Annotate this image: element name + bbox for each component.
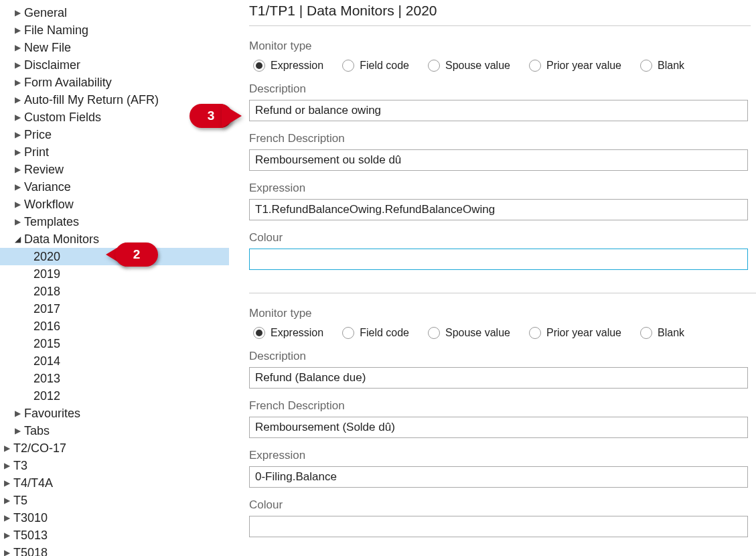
caret-right-icon: ▶ <box>15 8 24 17</box>
colour-label: Colour <box>249 498 751 512</box>
radio-prior-year-value[interactable]: Prior year value <box>529 327 621 339</box>
radio-icon <box>529 60 541 72</box>
tree-item-label: T5018 <box>13 546 48 557</box>
tree-item-tabs[interactable]: ▶Tabs <box>0 422 229 439</box>
callout-badge: 2 <box>115 242 158 267</box>
tree-item-year-2012[interactable]: 2012 <box>0 387 229 405</box>
tree-item-t2-co17[interactable]: ▶T2/CO-17 <box>0 439 229 457</box>
tree-item-label: 2019 <box>33 267 60 281</box>
tree-item-price[interactable]: ▶Price <box>0 126 229 143</box>
caret-down-icon: ◢ <box>15 234 24 244</box>
radio-icon <box>342 60 354 72</box>
tree-item-label: Templates <box>24 215 79 229</box>
tree-item-favourites[interactable]: ▶Favourites <box>0 405 229 422</box>
colour-input[interactable] <box>249 249 748 270</box>
tree-item-workflow[interactable]: ▶Workflow <box>0 196 229 213</box>
caret-right-icon: ▶ <box>15 182 24 192</box>
french-description-label: French Description <box>249 132 751 145</box>
tree-item-t5013[interactable]: ▶T5013 <box>0 527 229 544</box>
tree-item-label: Auto-fill My Return (AFR) <box>24 93 159 107</box>
tree-item-label: Disclaimer <box>24 58 80 72</box>
callout-pointer-icon <box>222 104 242 128</box>
tree-item-label: 2018 <box>33 285 60 299</box>
tree-item-year-2014[interactable]: 2014 <box>0 352 229 370</box>
description-label: Description <box>249 350 751 363</box>
tree-item-year-2017[interactable]: 2017 <box>0 300 229 318</box>
radio-blank[interactable]: Blank <box>640 60 684 72</box>
french-description-input[interactable] <box>249 149 748 171</box>
radio-icon <box>640 327 652 339</box>
caret-right-icon: ▶ <box>15 147 24 157</box>
expression-input[interactable] <box>249 199 748 220</box>
colour-input[interactable] <box>249 516 748 537</box>
tree-item-label: Tabs <box>24 424 50 438</box>
tree-item-disclaimer[interactable]: ▶Disclaimer <box>0 56 229 74</box>
caret-right-icon: ▶ <box>4 548 13 556</box>
tree-item-print[interactable]: ▶Print <box>0 143 229 161</box>
caret-right-icon: ▶ <box>15 409 24 418</box>
french-description-input[interactable] <box>249 417 748 438</box>
tree-item-review[interactable]: ▶Review <box>0 161 229 178</box>
caret-right-icon: ▶ <box>15 200 24 209</box>
radio-label: Prior year value <box>546 327 621 339</box>
radio-field-code[interactable]: Field code <box>342 60 409 72</box>
tree-item-file-naming[interactable]: ▶File Naming <box>0 21 229 39</box>
radio-field-code[interactable]: Field code <box>342 327 409 339</box>
tree-item-t3[interactable]: ▶T3 <box>0 457 229 474</box>
tree-item-label: T5 <box>13 494 27 508</box>
tree-item-label: 2016 <box>33 320 60 334</box>
tree-item-year-2016[interactable]: 2016 <box>0 318 229 335</box>
tree-item-year-2018[interactable]: 2018 <box>0 283 229 300</box>
caret-right-icon: ▶ <box>15 165 24 174</box>
monitor-type-radios: Expression Field code Spouse value Prior… <box>249 324 751 350</box>
tree-item-label: 2020 <box>33 250 60 264</box>
tree-item-new-file[interactable]: ▶New File <box>0 39 229 56</box>
radio-prior-year-value[interactable]: Prior year value <box>529 60 621 72</box>
radio-blank[interactable]: Blank <box>640 327 684 339</box>
main-panel: T1/TP1 | Data Monitors | 2020 Monitor ty… <box>229 0 756 556</box>
monitor-form-1: Monitor type Expression Field code Spous… <box>249 26 756 293</box>
tree-item-year-2015[interactable]: 2015 <box>0 335 229 352</box>
caret-right-icon: ▶ <box>4 496 13 505</box>
description-input[interactable] <box>249 100 748 121</box>
description-input[interactable] <box>249 367 748 389</box>
radio-spouse-value[interactable]: Spouse value <box>428 60 510 72</box>
tree-item-label: File Naming <box>24 23 88 38</box>
caret-right-icon: ▶ <box>15 130 24 139</box>
tree-item-label: T3 <box>13 459 27 473</box>
tree-item-t5[interactable]: ▶T5 <box>0 492 229 509</box>
tree-item-variance[interactable]: ▶Variance <box>0 178 229 196</box>
tree-item-label: Custom Fields <box>24 111 101 125</box>
expression-input[interactable] <box>249 466 748 488</box>
radio-expression[interactable]: Expression <box>253 327 323 339</box>
tree-item-t5018[interactable]: ▶T5018 <box>0 544 229 556</box>
callout-2: 2 <box>106 242 158 267</box>
tree-item-year-2019[interactable]: 2019 <box>0 265 229 283</box>
radio-label: Spouse value <box>445 60 510 72</box>
tree-item-t4-t4a[interactable]: ▶T4/T4A <box>0 474 229 492</box>
tree-item-label: Workflow <box>24 198 74 212</box>
tree-item-label: Review <box>24 163 64 177</box>
radio-label: Field code <box>360 327 409 339</box>
tree-item-templates[interactable]: ▶Templates <box>0 213 229 230</box>
tree-item-general[interactable]: ▶General <box>0 4 229 21</box>
tree-item-t3010[interactable]: ▶T3010 <box>0 509 229 527</box>
radio-expression[interactable]: Expression <box>253 60 323 72</box>
tree-item-label: 2013 <box>33 372 60 386</box>
caret-right-icon: ▶ <box>15 60 24 70</box>
tree-item-year-2013[interactable]: 2013 <box>0 370 229 387</box>
expression-label: Expression <box>249 449 751 462</box>
radio-icon <box>253 327 265 339</box>
tree-item-label: T3010 <box>13 511 48 525</box>
callout-number: 2 <box>133 247 141 262</box>
radio-label: Blank <box>658 327 684 339</box>
radio-label: Expression <box>271 327 323 339</box>
tree-item-form-availability[interactable]: ▶Form Availability <box>0 74 229 91</box>
radio-icon <box>428 327 440 339</box>
monitor-form-2: Monitor type Expression Field code Spous… <box>249 293 756 556</box>
callout-number: 3 <box>208 109 215 123</box>
radio-spouse-value[interactable]: Spouse value <box>428 327 510 339</box>
tree-item-label: T2/CO-17 <box>13 441 66 456</box>
tree-item-label: Variance <box>24 180 71 194</box>
caret-right-icon: ▶ <box>15 78 24 87</box>
